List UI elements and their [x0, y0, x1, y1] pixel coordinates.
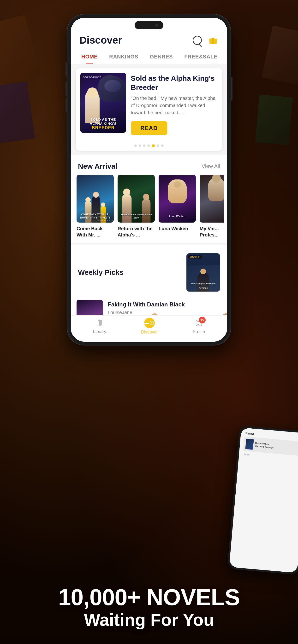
profile-icon: 15: [194, 318, 204, 328]
second-phone-content: Unread The StrongestWarrior's Revenge Li…: [229, 428, 298, 573]
library-icon: [95, 318, 104, 328]
second-phone-device: Unread The StrongestWarrior's Revenge Li…: [227, 426, 298, 575]
nav-profile[interactable]: 15 Profile: [193, 318, 205, 334]
cover-text-line3: BREEDER: [80, 126, 126, 130]
dynamic-island: [135, 21, 163, 29]
svg-point-4: [152, 322, 153, 324]
bg-book-4: [255, 94, 293, 145]
cover-text-line2: ALPHA KING'S: [80, 122, 126, 126]
discover-icon: [144, 318, 155, 328]
sp-book-preview: The StrongestWarrior's Revenge Library: [243, 436, 298, 461]
promo-headline: 10,000+ NOVELS: [0, 584, 298, 610]
phone-device: Discover: [67, 14, 231, 345]
promo-subline: Waiting For You: [0, 610, 298, 630]
bg-book-2: [0, 82, 35, 144]
profile-badge: 15: [199, 317, 206, 324]
promo-section: 10,000+ NOVELS Waiting For You: [0, 584, 298, 630]
nav-library[interactable]: Library: [93, 318, 106, 334]
nav-discover-label: Discover: [141, 330, 158, 335]
second-phone-screen: Unread The StrongestWarrior's Revenge Li…: [229, 428, 298, 573]
nav-library-label: Library: [93, 329, 106, 334]
main-scroll-area[interactable]: Alice Knightsky SOLD AS THE: [71, 64, 227, 342]
nav-profile-label: Profile: [193, 329, 205, 334]
nav-discover[interactable]: Discover: [141, 318, 158, 335]
bg-book-3: [262, 26, 298, 84]
bottom-navigation: Library: [71, 315, 227, 342]
app-content: Discover: [71, 18, 227, 342]
cover-text-line1: SOLD AS THE: [80, 118, 126, 122]
bg-book-1: [0, 14, 41, 86]
sp-item-1: The StrongestWarrior's Revenge: [243, 436, 298, 456]
phone-outer-shell: Discover: [67, 14, 231, 345]
cover-text: SOLD AS THE ALPHA KING'S BREEDER: [80, 118, 126, 130]
phone-screen: Discover: [71, 18, 227, 342]
